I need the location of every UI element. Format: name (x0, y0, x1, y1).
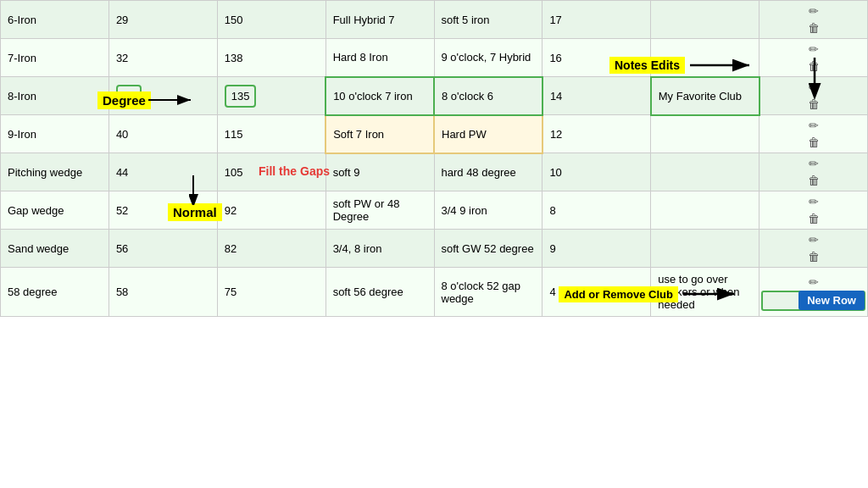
cell-notes (651, 153, 760, 191)
cell-gap: 16 (542, 39, 651, 77)
cell-degree: 32 (108, 39, 217, 77)
cell-hard: soft GW 52 degree (434, 230, 542, 268)
cell-actions: ✏🗑 (760, 115, 868, 153)
table-wrapper: 6-Iron29150Full Hybrid 7soft 5 iron17✏🗑7… (0, 0, 868, 317)
cell-degree: 58 (108, 268, 217, 317)
cell-hard: 8 o'clock 52 gap wedge (434, 268, 542, 317)
cell-gap: 12 (542, 115, 651, 153)
cell-distance: 75 (217, 268, 326, 317)
cell-soft: soft PW or 48 Degree (326, 191, 434, 230)
cell-degree: 56 (108, 230, 217, 268)
cell-gap: 9 (542, 230, 651, 268)
cell-gap: 8 (542, 191, 651, 230)
cell-soft: 10 o'clock 7 iron (326, 77, 434, 115)
delete-button[interactable]: 🗑 (761, 19, 865, 36)
cell-gap: 14 (542, 77, 651, 115)
cell-hard: hard 48 degree (434, 153, 542, 191)
cell-degree: 36 (108, 77, 217, 115)
cell-club: 58 degree (1, 268, 109, 317)
cell-degree: 29 (108, 1, 217, 39)
cell-actions: ✏🗑 (760, 1, 868, 39)
cell-degree: 52 (108, 191, 217, 230)
cell-distance: 115 (217, 115, 326, 153)
edit-button[interactable]: ✏ (761, 193, 865, 210)
cell-degree: 40 (108, 115, 217, 153)
edit-button[interactable]: ✏ (762, 79, 865, 96)
cell-notes (651, 191, 760, 230)
cell-distance: 150 (217, 1, 326, 39)
new-row-area: New Row (798, 291, 865, 310)
cell-club: 7-Iron (1, 39, 109, 77)
cell-distance: 135 (217, 77, 326, 115)
delete-button[interactable]: 🗑 (761, 172, 865, 189)
edit-button[interactable]: ✏ (761, 117, 865, 134)
cell-club: Sand wedge (1, 230, 109, 268)
cell-notes: use to go over bunkers or when needed (651, 268, 760, 317)
edit-button[interactable]: ✏ (761, 155, 865, 172)
delete-button[interactable]: 🗑 (761, 134, 865, 151)
cell-gap: 10 (542, 153, 651, 191)
cell-distance: 138 (217, 39, 326, 77)
cell-club: Gap wedge (1, 191, 109, 230)
cell-actions: ✏🗑 (760, 230, 868, 268)
cell-degree: 44 (108, 153, 217, 191)
cell-actions: ✏🗑 (760, 77, 868, 115)
cell-soft: 3/4, 8 iron (326, 230, 434, 268)
cell-gap: 17 (542, 1, 651, 39)
cell-gap: 4 yards (542, 268, 651, 317)
cell-notes (651, 115, 760, 153)
delete-button[interactable]: 🗑 (761, 210, 865, 227)
new-row-button[interactable]: New Row (798, 291, 865, 310)
cell-notes (651, 230, 760, 268)
edit-button[interactable]: ✏ (761, 3, 865, 19)
clubs-table: 6-Iron29150Full Hybrid 7soft 5 iron17✏🗑7… (0, 0, 868, 317)
edit-button[interactable]: ✏ (761, 274, 865, 291)
cell-soft: Soft 7 Iron (326, 115, 434, 153)
cell-hard: Hard PW (434, 115, 542, 153)
cell-club: 9-Iron (1, 115, 109, 153)
cell-distance: 105 (217, 153, 326, 191)
cell-hard: 8 o'clock 6 (434, 77, 542, 115)
cell-notes (651, 1, 760, 39)
cell-hard: 3/4 9 iron (434, 191, 542, 230)
delete-button[interactable]: 🗑 (761, 58, 865, 75)
cell-hard: 9 o'clock, 7 Hybrid (434, 39, 542, 77)
cell-actions: ✏🗑 (760, 39, 868, 77)
cell-hard: soft 5 iron (434, 1, 542, 39)
edit-button[interactable]: ✏ (761, 41, 865, 58)
cell-actions: ✏🗑 (760, 153, 868, 191)
cell-club: 6-Iron (1, 1, 109, 39)
cell-actions: ✏🗑 (760, 191, 868, 230)
cell-club: 8-Iron (1, 77, 109, 115)
edit-button[interactable]: ✏ (761, 231, 865, 248)
cell-distance: 92 (217, 191, 326, 230)
cell-notes: My Favorite Club (651, 77, 760, 115)
cell-club: Pitching wedge (1, 153, 109, 191)
delete-button[interactable]: 🗑 (762, 96, 865, 113)
cell-soft: soft 9 (326, 153, 434, 191)
delete-button[interactable]: 🗑 (761, 248, 865, 265)
cell-notes (651, 39, 760, 77)
cell-distance: 82 (217, 230, 326, 268)
cell-soft: Hard 8 Iron (326, 39, 434, 77)
cell-soft: soft 56 degree (326, 268, 434, 317)
cell-soft: Full Hybrid 7 (326, 1, 434, 39)
